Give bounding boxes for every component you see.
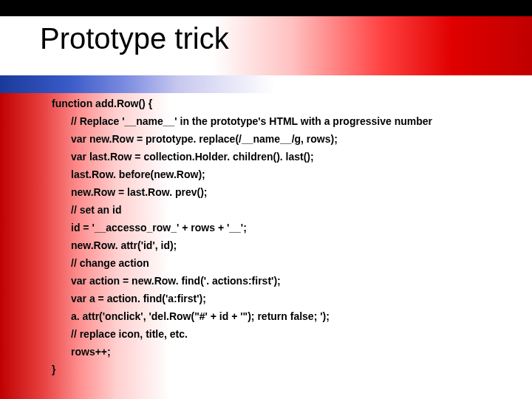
code-line: new.Row = last.Row. prev(); [52, 183, 510, 201]
code-line: a. attr('onclick', 'del.Row("#' + id + '… [52, 307, 510, 325]
accent-bar [0, 75, 275, 93]
title-bar: Prototype trick [0, 16, 532, 75]
code-line: new.Row. attr('id', id); [52, 236, 510, 254]
code-line: // change action [52, 254, 510, 272]
code-line: // replace icon, title, etc. [52, 325, 510, 343]
code-line: var last.Row = collection.Holder. childr… [52, 148, 510, 166]
code-line: id = '__accesso_row_' + rows + '__'; [52, 219, 510, 236]
code-line: } [52, 361, 510, 378]
slide-title: Prototype trick [40, 22, 229, 55]
slide: Prototype trick function add.Row() { // … [0, 0, 532, 399]
code-line: var a = action. find('a:first'); [52, 290, 510, 307]
code-line: // Replace '__name__' in the prototype's… [52, 112, 510, 130]
code-line: rows++; [52, 343, 510, 361]
code-line: var new.Row = prototype. replace(/__name… [52, 130, 510, 148]
code-line: // set an id [52, 201, 510, 219]
code-line: var action = new.Row. find('. actions:fi… [52, 272, 510, 290]
code-line: function add.Row() { [52, 95, 510, 112]
code-block: function add.Row() { // Replace '__name_… [52, 95, 510, 378]
code-line: last.Row. before(new.Row); [52, 166, 510, 183]
top-strip [0, 0, 532, 16]
